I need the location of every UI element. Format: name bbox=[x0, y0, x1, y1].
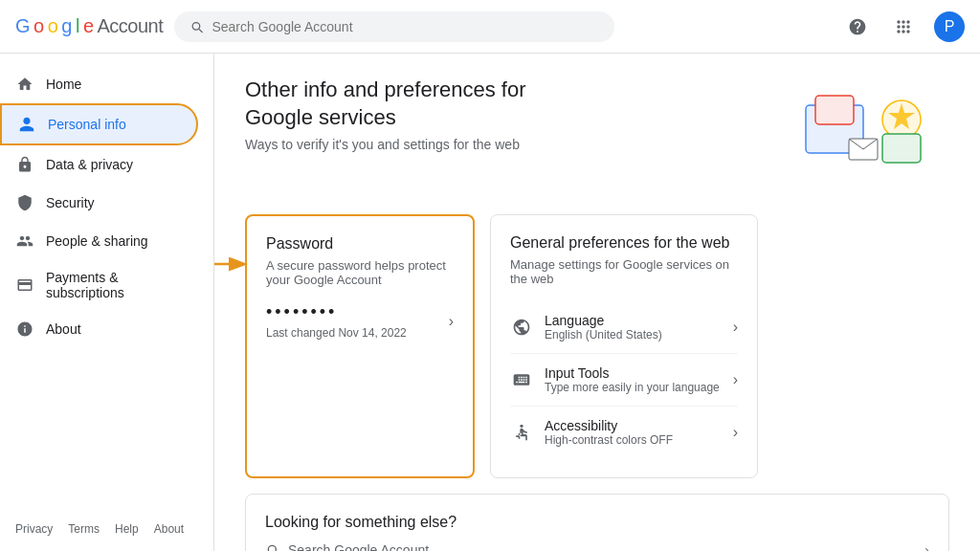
page-subtitle: Ways to verify it's you and settings for… bbox=[245, 137, 526, 152]
avatar[interactable]: P bbox=[934, 11, 965, 42]
sidebar-item-about[interactable]: About bbox=[0, 310, 198, 348]
input-tools-row[interactable]: Input Tools Type more easily in your lan… bbox=[510, 354, 738, 407]
accessibility-title: Accessibility bbox=[545, 418, 673, 433]
password-last-changed: Last changed Nov 14, 2022 bbox=[266, 326, 407, 340]
sidebar-label-about: About bbox=[46, 321, 81, 337]
accessibility-icon bbox=[510, 421, 533, 444]
apps-button[interactable] bbox=[888, 11, 919, 42]
sidebar-label-security: Security bbox=[46, 195, 95, 210]
language-subtitle: English (United States) bbox=[545, 328, 662, 342]
general-prefs-card: General preferences for the web Manage s… bbox=[490, 214, 758, 478]
looking-for-chevron-icon: › bbox=[924, 542, 929, 551]
sidebar: Home Personal info Data & privacy Securi… bbox=[0, 54, 214, 551]
general-prefs-subtitle: Manage settings for Google services on t… bbox=[510, 257, 738, 286]
hero-svg bbox=[796, 77, 949, 182]
page-title: Other info and preferences forGoogle ser… bbox=[245, 77, 526, 131]
input-tools-title: Input Tools bbox=[545, 365, 720, 381]
password-value: •••••••• bbox=[266, 302, 407, 322]
hero-illustration bbox=[796, 77, 949, 191]
password-row[interactable]: •••••••• Last changed Nov 14, 2022 › bbox=[266, 302, 454, 340]
page-header-text: Other info and preferences forGoogle ser… bbox=[245, 77, 526, 152]
input-tools-subtitle: Type more easily in your language bbox=[545, 381, 720, 394]
sidebar-item-home[interactable]: Home bbox=[0, 65, 198, 103]
looking-for-search-row[interactable]: Search Google Account › bbox=[265, 542, 929, 551]
password-card[interactable]: Password A secure password helps protect… bbox=[245, 214, 475, 478]
shield-icon bbox=[15, 193, 34, 212]
accessibility-chevron-icon: › bbox=[733, 424, 738, 441]
apps-icon bbox=[894, 17, 913, 36]
page-layout: Home Personal info Data & privacy Securi… bbox=[0, 54, 980, 551]
svg-point-7 bbox=[520, 425, 523, 428]
sidebar-item-personal-info[interactable]: Personal info bbox=[0, 103, 198, 145]
info-icon bbox=[15, 320, 34, 339]
sidebar-item-payments[interactable]: Payments & subscriptions bbox=[0, 260, 198, 310]
search-input[interactable] bbox=[212, 19, 599, 34]
help-icon bbox=[848, 17, 867, 36]
sidebar-item-security[interactable]: Security bbox=[0, 184, 198, 222]
sidebar-label-data-privacy: Data & privacy bbox=[46, 157, 133, 172]
person-icon bbox=[17, 115, 36, 134]
accessibility-row[interactable]: Accessibility High-contrast colors OFF › bbox=[510, 407, 738, 458]
looking-for-search-label: Search Google Account bbox=[288, 542, 429, 551]
svg-rect-3 bbox=[882, 134, 921, 163]
sidebar-label-home: Home bbox=[46, 77, 81, 92]
password-card-subtitle: A secure password helps protect your Goo… bbox=[266, 258, 454, 287]
language-row[interactable]: Language English (United States) › bbox=[510, 301, 738, 354]
search-icon bbox=[189, 19, 204, 34]
language-title: Language bbox=[545, 313, 662, 328]
general-prefs-title: General preferences for the web bbox=[510, 234, 738, 252]
footer: Privacy Terms Help About bbox=[214, 515, 980, 543]
annotation-arrow bbox=[214, 245, 250, 283]
password-chevron-icon: › bbox=[449, 313, 454, 330]
logo-account-label: Account bbox=[98, 15, 164, 37]
password-card-title: Password bbox=[266, 235, 454, 253]
keyboard-icon bbox=[510, 368, 533, 391]
input-tools-chevron-icon: › bbox=[733, 371, 738, 388]
language-chevron-icon: › bbox=[733, 319, 738, 336]
main-content: Other info and preferences forGoogle ser… bbox=[214, 54, 980, 551]
sidebar-label-payments: Payments & subscriptions bbox=[46, 270, 183, 300]
sidebar-item-people-sharing[interactable]: People & sharing bbox=[0, 222, 198, 260]
page-header: Other info and preferences forGoogle ser… bbox=[245, 77, 949, 191]
search-bar-container bbox=[174, 11, 614, 42]
svg-rect-1 bbox=[815, 96, 854, 124]
help-button[interactable] bbox=[842, 11, 873, 42]
header: Google Account P bbox=[0, 0, 980, 54]
lock-icon bbox=[15, 155, 34, 174]
sidebar-item-data-privacy[interactable]: Data & privacy bbox=[0, 145, 198, 184]
google-logo: Google Account bbox=[15, 15, 163, 37]
cards-row: Password A secure password helps protect… bbox=[245, 214, 949, 478]
card-icon bbox=[15, 276, 34, 295]
home-icon bbox=[15, 75, 34, 94]
looking-for-search-icon bbox=[265, 542, 280, 551]
globe-icon bbox=[510, 316, 533, 339]
accessibility-subtitle: High-contrast colors OFF bbox=[545, 433, 673, 447]
people-icon bbox=[15, 231, 34, 251]
sidebar-label-personal-info: Personal info bbox=[48, 117, 126, 132]
sidebar-label-people-sharing: People & sharing bbox=[46, 233, 148, 249]
header-actions: P bbox=[842, 11, 965, 42]
